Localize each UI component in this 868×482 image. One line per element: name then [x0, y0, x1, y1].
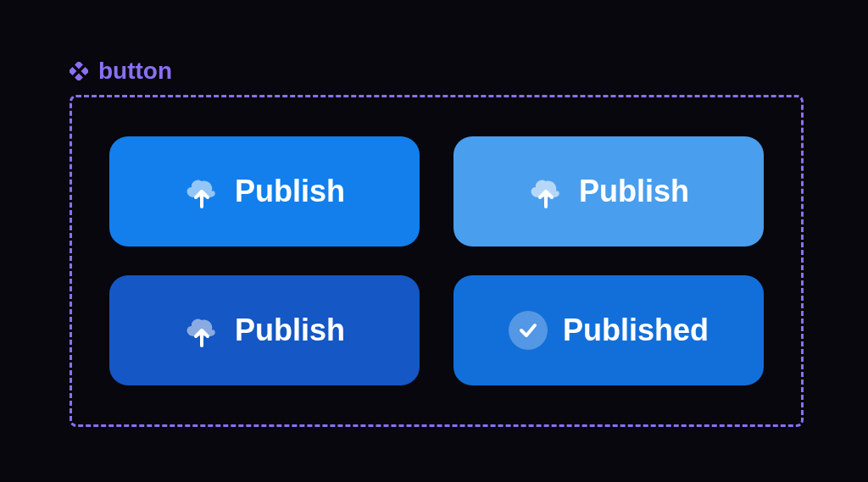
component-diamond-icon: [70, 62, 88, 80]
cloud-upload-icon: [184, 312, 220, 349]
publish-button-default[interactable]: Publish: [109, 136, 420, 247]
button-label: Publish: [579, 174, 689, 209]
component-header: button: [70, 58, 172, 85]
publish-button-published[interactable]: Published: [453, 275, 764, 385]
button-label: Publish: [235, 174, 345, 209]
cloud-upload-icon: [184, 173, 220, 210]
component-title: button: [98, 58, 172, 85]
button-label: Published: [563, 313, 709, 348]
svg-rect-1: [70, 67, 76, 75]
svg-rect-0: [75, 62, 83, 69]
cloud-upload-icon: [528, 173, 564, 210]
publish-button-active[interactable]: Publish: [109, 275, 420, 385]
publish-button-hover[interactable]: Publish: [453, 136, 764, 247]
svg-rect-3: [75, 74, 83, 80]
button-label: Publish: [235, 313, 345, 348]
check-circle-icon: [509, 311, 548, 350]
component-frame: Publish Publish Publish Published: [70, 95, 804, 427]
svg-rect-2: [81, 67, 88, 75]
